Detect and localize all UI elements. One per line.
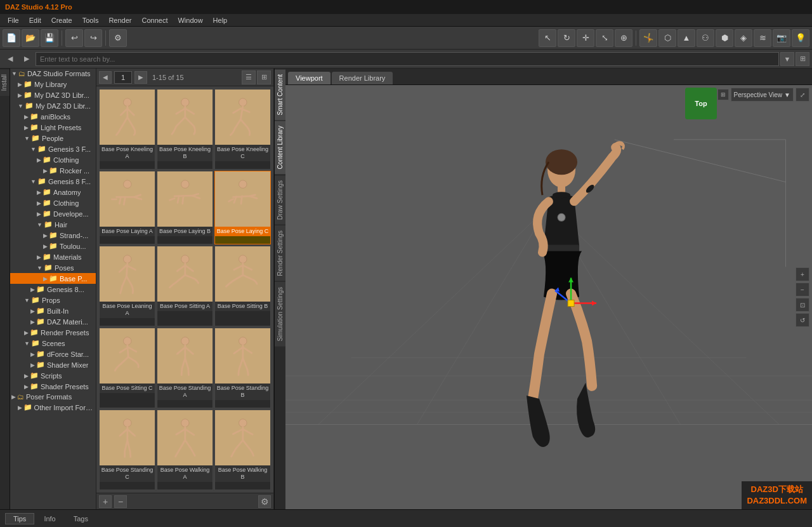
options-btn[interactable]: ⚙ <box>258 495 271 508</box>
tree-item-shader-mixer[interactable]: ▶📁Shader Mixer <box>10 359 96 370</box>
tree-item-dforce-star[interactable]: ▶📁dForce Star... <box>10 349 96 359</box>
menu-edit[interactable]: Edit <box>24 16 46 25</box>
tree-item-poser-formats[interactable]: ▶🗂Poser Formats <box>10 392 96 402</box>
tree-item-genesis-8[interactable]: ▶📁Genesis 8... <box>10 284 96 295</box>
tree-item-shader-presets[interactable]: ▶📁Shader Presets <box>10 381 96 392</box>
tool-rotate[interactable]: ↻ <box>558 29 575 47</box>
thumbnail-item[interactable]: Base Pose Standing B <box>214 328 271 408</box>
tool-select[interactable]: ↖ <box>539 29 556 47</box>
search-input[interactable] <box>36 52 779 66</box>
thumbnail-item[interactable]: Base Pose Laying B <box>157 171 213 244</box>
tree-item-other-import-form[interactable]: ▶📁Other Import Form... <box>10 402 96 413</box>
smart-content-tab[interactable]: Smart Content <box>275 69 285 120</box>
tips-tab[interactable]: Tips <box>5 513 34 524</box>
thumbnail-item[interactable]: Base Pose Kneeling B <box>157 89 213 170</box>
viewport-tab[interactable]: Viewport <box>288 72 331 84</box>
remove-btn[interactable]: − <box>114 495 127 508</box>
tool-dforce[interactable]: ≋ <box>754 29 771 47</box>
prev-page-btn[interactable]: ◀ <box>99 71 112 84</box>
tree-item-light-presets[interactable]: ▶📁Light Presets <box>10 122 96 133</box>
tree-item-strand-[interactable]: ▶📁Strand-... <box>10 230 96 241</box>
tree-item-genesis-8-f[interactable]: ▼📁Genesis 8 F... <box>10 176 96 187</box>
tags-tab[interactable]: Tags <box>65 513 96 524</box>
tree-item-props[interactable]: ▼📁Props <box>10 295 96 305</box>
save-btn[interactable]: 💾 <box>41 29 58 47</box>
open-btn[interactable]: 📂 <box>22 29 39 47</box>
menu-file[interactable]: File <box>3 16 24 25</box>
render-library-tab[interactable]: Render Library <box>332 72 393 84</box>
thumbnail-item[interactable]: Base Pose Standing C <box>99 410 155 490</box>
info-tab[interactable]: Info <box>36 513 63 524</box>
thumbnail-item[interactable]: Base Pose Kneeling A <box>99 89 155 170</box>
nav-cube[interactable]: Top <box>685 88 717 119</box>
tree-item-aniblocks[interactable]: ▶📁aniBlocks <box>10 111 96 122</box>
tool-camera[interactable]: 📷 <box>773 29 790 47</box>
simulation-settings-tab[interactable]: Simulation Settings <box>275 281 285 347</box>
tree-item-develope[interactable]: ▶📁Develope... <box>10 208 96 219</box>
thumbnail-item[interactable]: Base Pose Laying A <box>99 171 155 244</box>
render-settings-btn[interactable]: ⚙ <box>109 29 127 47</box>
menu-render[interactable]: Render <box>103 16 136 25</box>
tree-item-rocker-[interactable]: ▶📁Rocker ... <box>10 165 96 176</box>
tool-move[interactable]: ✛ <box>577 29 594 47</box>
tree-item-genesis-3-f[interactable]: ▼📁Genesis 3 F... <box>10 143 96 154</box>
redo-btn[interactable]: ↪ <box>84 29 102 47</box>
tree-item-scripts[interactable]: ▶📁Scripts <box>10 370 96 381</box>
tree-item-my-library[interactable]: ▶📁My Library <box>10 79 96 90</box>
view-options[interactable]: ⊞ <box>796 52 809 66</box>
menu-help[interactable]: Help <box>208 16 233 25</box>
back-btn[interactable]: ◀ <box>3 51 18 67</box>
tree-item-anatomy[interactable]: ▶📁Anatomy <box>10 187 96 197</box>
zoom-in-btn[interactable]: + <box>796 267 809 281</box>
grid-view-btn[interactable]: ⊞ <box>257 70 271 84</box>
vp-expand-btn[interactable]: ⤢ <box>796 88 809 102</box>
tool-geometry[interactable]: ▲ <box>678 29 695 47</box>
tree-item-clothing[interactable]: ▶📁Clothing <box>10 197 96 208</box>
forward-btn[interactable]: ▶ <box>19 51 34 67</box>
tree-item-daz-materi[interactable]: ▶📁DAZ Materi... <box>10 316 96 327</box>
menu-create[interactable]: Create <box>46 16 77 25</box>
thumbnail-item[interactable]: Base Pose Leaning A <box>99 246 155 326</box>
perspective-dropdown[interactable]: Perspective View ▼ <box>731 88 794 102</box>
tree-item-my-daz-3d-libr[interactable]: ▶📁My DAZ 3D Libr... <box>10 90 96 100</box>
fit-btn[interactable]: ⊡ <box>796 298 809 312</box>
thumbnail-item[interactable]: Base Pose Sitting B <box>214 246 271 326</box>
tree-item-clothing[interactable]: ▶📁Clothing <box>10 154 96 165</box>
undo-btn[interactable]: ↩ <box>65 29 83 47</box>
tool-universal[interactable]: ⊕ <box>615 29 632 47</box>
tree-item-hair[interactable]: ▼📁Hair <box>10 219 96 230</box>
tool-weight[interactable]: ⬢ <box>716 29 733 47</box>
thumbnail-item[interactable]: Base Pose Standing A <box>157 328 213 408</box>
tool-pose[interactable]: 🤸 <box>639 29 657 47</box>
add-btn[interactable]: + <box>99 495 112 508</box>
tree-item-materials[interactable]: ▶📁Materials <box>10 251 96 262</box>
tool-light[interactable]: 💡 <box>792 29 809 47</box>
tree-item-base-p[interactable]: ▶📁Base P... <box>10 273 96 284</box>
thumbnail-item[interactable]: Base Pose Laying C <box>214 171 271 244</box>
thumbnail-item[interactable]: Base Pose Sitting A <box>157 246 213 326</box>
tree-item-scenes[interactable]: ▼📁Scenes <box>10 338 96 349</box>
tree-item-poses[interactable]: ▼📁Poses <box>10 262 96 273</box>
grid-toggle-btn[interactable]: ⊞ <box>717 89 729 100</box>
tool-rig[interactable]: ⚇ <box>697 29 714 47</box>
zoom-out-btn[interactable]: − <box>796 283 809 297</box>
search-dropdown[interactable]: ▼ <box>780 52 794 66</box>
render-settings-tab[interactable]: Render Settings <box>275 225 285 281</box>
thumbnail-item[interactable]: Base Pose Walking B <box>214 410 271 490</box>
install-tab[interactable]: Install <box>0 69 10 96</box>
tree-item-daz-studio-formats[interactable]: ▼🗂DAZ Studio Formats <box>10 69 96 79</box>
new-file-btn[interactable]: 📄 <box>3 29 20 47</box>
next-page-btn[interactable]: ▶ <box>134 71 147 84</box>
tree-item-toulou[interactable]: ▶📁Toulou... <box>10 241 96 251</box>
thumbnail-item[interactable]: Base Pose Kneeling C <box>214 89 271 170</box>
tool-node[interactable]: ⬡ <box>658 29 676 47</box>
content-library-tab[interactable]: Content Library <box>275 120 285 174</box>
tool-morph[interactable]: ◈ <box>735 29 752 47</box>
tree-item-render-presets[interactable]: ▶📁Render Presets <box>10 327 96 338</box>
tree-item-my-daz-3d-libr[interactable]: ▼📁My DAZ 3D Libr... <box>10 100 96 111</box>
tree-item-people[interactable]: ▼📁People <box>10 133 96 143</box>
thumbnail-item[interactable]: Base Pose Sitting C <box>99 328 155 408</box>
tree-item-built-in[interactable]: ▶📁Built-In <box>10 305 96 316</box>
reset-view-btn[interactable]: ↺ <box>796 313 809 327</box>
menu-connect[interactable]: Connect <box>137 16 173 25</box>
